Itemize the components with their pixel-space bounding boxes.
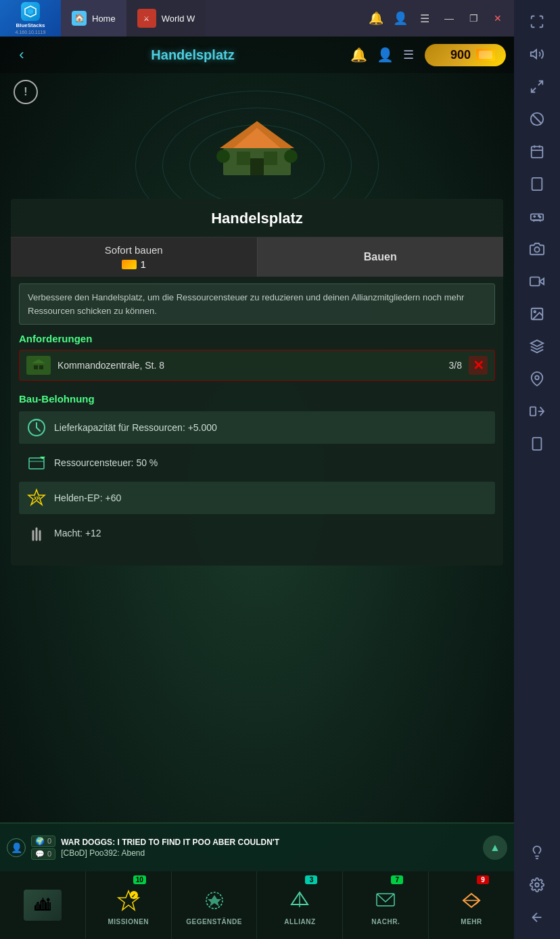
missions-icon: ✓ (114, 886, 143, 915)
sofort-bauen-button[interactable]: Sofort bauen 1 (11, 237, 258, 277)
reward-text-1: Lieferkapazität für Ressourcen: +5.000 (54, 422, 217, 433)
tab-home[interactable]: 🏠 Home (61, 0, 126, 37)
svg-rect-46 (29, 458, 44, 469)
panel-title: Handelsplatz (11, 199, 503, 237)
bulb-icon[interactable] (522, 838, 552, 867)
profile-icon[interactable]: 👤 (377, 47, 394, 63)
svg-text:✓: ✓ (131, 893, 136, 899)
chat-scroll-button[interactable]: ▲ (483, 835, 507, 860)
svg-text:XP: XP (34, 496, 41, 501)
logo-icon (21, 2, 40, 21)
titlebar-controls: 🔔 👤 ☰ — ❐ ✕ (365, 7, 514, 29)
svg-marker-1 (28, 9, 33, 14)
anforderungen-title: Anforderungen (19, 333, 495, 344)
profile-button[interactable]: 👤 (390, 7, 411, 29)
location-icon[interactable] (522, 364, 552, 394)
svg-rect-7 (532, 147, 543, 158)
reward-text-4: Macht: +12 (54, 528, 101, 539)
expand-icon[interactable] (522, 72, 552, 101)
svg-point-22 (534, 311, 536, 313)
home-icon: 🏠 (72, 11, 87, 26)
reward-row-2: Ressourcensteuer: 50 % (19, 446, 495, 479)
power-icon (26, 522, 47, 544)
svg-rect-17 (531, 214, 543, 220)
flip-icon[interactable] (522, 396, 552, 426)
svg-point-24 (535, 375, 539, 380)
requirement-progress: 3/8 (449, 360, 462, 371)
menu-icon[interactable]: ☰ (403, 47, 414, 62)
chat-count-alliance: 💬0 (31, 848, 55, 860)
reward-row-3: XP Helden-EP: +60 (19, 482, 495, 514)
missions-label: MISSIONEN (108, 918, 149, 925)
game-thumb: ⚔ (137, 9, 156, 28)
reward-title: Bau-Belohnung (19, 393, 495, 405)
fullscreen-icon[interactable] (522, 7, 552, 37)
layers-icon[interactable] (522, 331, 552, 361)
gamepad-icon[interactable] (522, 202, 552, 231)
messages-icon (371, 886, 400, 915)
chat-line-1: WAR DOGGS: I TRIED TO FIND IT POO ABER C… (61, 838, 477, 847)
svg-point-16 (540, 216, 541, 218)
requirement-row: Kommandozentrale, St. 8 3/8 ✕ (19, 350, 495, 381)
minimize-button[interactable]: — (438, 7, 460, 29)
alliance-label: ALLIANZ (284, 918, 315, 925)
nav-alliance[interactable]: 3 ALLIANZ (257, 871, 343, 939)
build-buttons: Sofort bauen 1 Bauen (11, 237, 503, 277)
back-arrow-icon[interactable] (522, 902, 552, 932)
svg-rect-36 (237, 152, 250, 165)
svg-point-40 (284, 150, 298, 163)
settings-icon[interactable] (522, 870, 552, 900)
back-button[interactable]: ‹ (8, 41, 35, 68)
more-icon (457, 886, 486, 915)
svg-point-31 (535, 883, 539, 887)
video-icon[interactable] (522, 267, 552, 296)
bauen-button[interactable]: Bauen (258, 237, 504, 277)
building-image (213, 108, 301, 182)
svg-line-6 (533, 115, 542, 124)
gold-cost-icon (122, 260, 137, 269)
close-button[interactable]: ✕ (487, 7, 509, 29)
messages-label: NACHR. (371, 918, 400, 925)
nav-messages[interactable]: 7 NACHR. (343, 871, 429, 939)
requirement-icon (26, 356, 51, 375)
reward-row-4: Macht: +12 (19, 517, 495, 549)
screen-title: Handelsplatz (35, 47, 350, 63)
right-sidebar (514, 0, 560, 939)
reward-text-2: Ressourcensteuer: 50 % (54, 457, 158, 468)
bauen-label: Bauen (364, 251, 397, 263)
chat-count-world: 🌍0 (31, 835, 55, 847)
calendar-icon[interactable] (522, 137, 552, 166)
tablet-icon[interactable] (522, 169, 552, 199)
chat-line-2: [CBoD] Poo392: Abend (61, 848, 477, 858)
messages-badge: 7 (391, 875, 403, 884)
svg-line-4 (532, 88, 536, 92)
volume-icon[interactable] (522, 39, 552, 69)
nav-building: 🏙 (0, 871, 86, 939)
alliance-badge: 3 (305, 875, 317, 884)
alert-icon[interactable]: 🔔 (350, 47, 367, 63)
menu-button[interactable]: ☰ (414, 7, 436, 29)
delivery-icon (26, 417, 47, 438)
bluestacks-logo[interactable]: BlueStacks 4.160.10.1119 (0, 0, 61, 37)
reward-row-1: Lieferkapazität für Ressourcen: +5.000 (19, 411, 495, 444)
svg-rect-44 (39, 365, 43, 369)
nav-missions[interactable]: 10 ✓ MISSIONEN (86, 871, 172, 939)
nav-items[interactable]: GEGENSTÄNDE (172, 871, 258, 939)
bell-button[interactable]: 🔔 (365, 7, 387, 29)
mobile-icon[interactable] (522, 429, 552, 459)
svg-rect-27 (533, 438, 542, 450)
tab-game[interactable]: ⚔ World W (126, 0, 206, 37)
missions-badge: 10 (133, 875, 146, 884)
chat-messages: WAR DOGGS: I TRIED TO FIND IT POO ABER C… (61, 838, 477, 858)
svg-marker-19 (540, 278, 544, 284)
image-icon[interactable] (522, 299, 552, 329)
maximize-button[interactable]: ❐ (463, 7, 484, 29)
slash-icon[interactable] (522, 104, 552, 134)
camera-icon[interactable] (522, 234, 552, 264)
chat-counts: 🌍0 💬0 (31, 835, 55, 860)
requirement-label: Kommandozentrale, St. 8 (57, 360, 442, 371)
nav-more[interactable]: 9 MEHR (429, 871, 514, 939)
more-badge: 9 (477, 875, 489, 884)
items-label: GEGENSTÄNDE (186, 918, 242, 925)
gold-icon (476, 49, 495, 61)
